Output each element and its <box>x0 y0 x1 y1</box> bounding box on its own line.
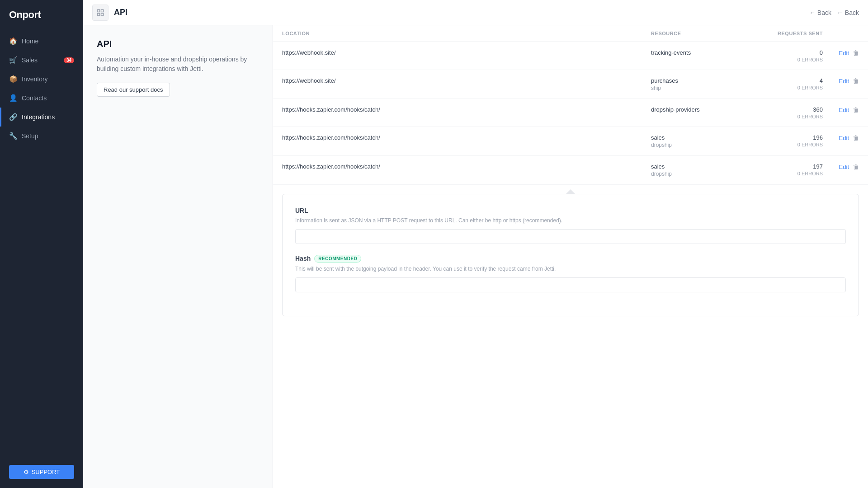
row-2-requests: 360 0 ERRORS <box>741 106 823 119</box>
row-1-location: https://webhook.site/ <box>282 77 651 84</box>
api-title: API <box>97 39 259 49</box>
table-row: https://hooks.zapier.com/hooks/catch/ dr… <box>273 99 868 127</box>
svg-rect-3 <box>101 13 104 15</box>
sidebar-support: ⚙ SUPPORT <box>0 456 83 488</box>
integrations-icon: 🔗 <box>9 113 17 121</box>
url-section: URL Information is sent as JSON via a HT… <box>295 207 846 244</box>
url-input[interactable] <box>295 229 846 244</box>
sidebar-item-home[interactable]: 🏠 Home <box>0 32 83 51</box>
sidebar-item-contacts[interactable]: 👤 Contacts <box>0 89 83 108</box>
edit-button-4[interactable]: Edit <box>839 164 849 170</box>
api-description: Automation your in-house and dropship op… <box>97 55 259 74</box>
edit-button-2[interactable]: Edit <box>839 107 849 113</box>
url-label: URL <box>295 207 846 214</box>
row-0-resource: tracking-events <box>651 49 741 56</box>
sales-badge: 34 <box>64 57 74 63</box>
edit-button-3[interactable]: Edit <box>839 135 849 141</box>
sidebar-item-sales[interactable]: 🛒 Sales 34 <box>0 51 83 70</box>
back-button-1[interactable]: ← Back <box>809 9 831 16</box>
table-row: https://hooks.zapier.com/hooks/catch/ sa… <box>273 156 868 185</box>
delete-button-2[interactable]: 🗑 <box>853 106 859 113</box>
col-requests: REQUESTS SENT <box>741 31 823 36</box>
table-row: https://hooks.zapier.com/hooks/catch/ sa… <box>273 127 868 156</box>
sidebar-item-label: Contacts <box>22 94 47 102</box>
sidebar-item-integrations[interactable]: 🔗 Integrations <box>0 108 83 127</box>
main-content: API ← Back ← Back API Automation your in… <box>83 0 868 488</box>
form-panel: URL Information is sent as JSON via a HT… <box>282 194 859 316</box>
col-location: LOCATION <box>282 31 651 36</box>
col-actions <box>823 31 859 36</box>
contacts-icon: 👤 <box>9 94 17 102</box>
support-icon: ⚙ <box>24 469 29 475</box>
inventory-icon: 📦 <box>9 75 17 83</box>
back-button-2[interactable]: ← Back <box>837 9 859 16</box>
page-title: API <box>114 8 127 17</box>
sidebar: Onport 🏠 Home 🛒 Sales 34 📦 Inventory 👤 C… <box>0 0 83 488</box>
setup-icon: 🔧 <box>9 132 17 140</box>
support-button[interactable]: ⚙ SUPPORT <box>9 465 74 479</box>
delete-button-1[interactable]: 🗑 <box>853 77 859 84</box>
row-4-actions: Edit 🗑 <box>823 163 859 170</box>
delete-button-3[interactable]: 🗑 <box>853 134 859 141</box>
table-row: https://webhook.site/ tracking-events 0 … <box>273 42 868 70</box>
row-4-resource: sales dropship <box>651 163 741 177</box>
svg-rect-2 <box>97 13 99 15</box>
trash-icon: 🗑 <box>853 77 859 84</box>
header-right: ← Back ← Back <box>809 9 859 16</box>
row-4-requests: 197 0 ERRORS <box>741 163 823 176</box>
hash-label: Hash RECOMMENDED <box>295 255 846 263</box>
url-hint: Information is sent as JSON via a HTTP P… <box>295 217 846 225</box>
hash-hint: This will be sent with the outgoing payl… <box>295 265 846 273</box>
support-label: SUPPORT <box>32 469 60 475</box>
row-0-actions: Edit 🗑 <box>823 49 859 56</box>
trash-icon: 🗑 <box>853 163 859 170</box>
row-3-actions: Edit 🗑 <box>823 134 859 141</box>
sidebar-item-setup[interactable]: 🔧 Setup <box>0 127 83 145</box>
table-header: LOCATION RESOURCE REQUESTS SENT <box>273 25 868 42</box>
sidebar-item-label: Setup <box>22 132 38 140</box>
right-panel: LOCATION RESOURCE REQUESTS SENT https://… <box>273 25 868 488</box>
home-icon: 🏠 <box>9 37 17 45</box>
delete-button-4[interactable]: 🗑 <box>853 163 859 170</box>
sidebar-item-label: Sales <box>22 56 38 64</box>
table-row: https://webhook.site/ purchases ship 4 0… <box>273 70 868 99</box>
sidebar-item-inventory[interactable]: 📦 Inventory <box>0 70 83 89</box>
svg-rect-1 <box>101 9 104 12</box>
row-3-location: https://hooks.zapier.com/hooks/catch/ <box>282 134 651 141</box>
sidebar-item-label: Home <box>22 38 38 45</box>
row-3-requests: 196 0 ERRORS <box>741 134 823 147</box>
row-0-location: https://webhook.site/ <box>282 49 651 56</box>
row-2-actions: Edit 🗑 <box>823 106 859 113</box>
row-1-requests: 4 0 ERRORS <box>741 77 823 90</box>
row-2-location: https://hooks.zapier.com/hooks/catch/ <box>282 106 651 113</box>
row-4-location: https://hooks.zapier.com/hooks/catch/ <box>282 163 651 170</box>
hash-input[interactable] <box>295 277 846 292</box>
delete-button-0[interactable]: 🗑 <box>853 49 859 56</box>
trash-icon: 🗑 <box>853 106 859 113</box>
hash-section: Hash RECOMMENDED This will be sent with … <box>295 255 846 292</box>
svg-rect-0 <box>97 9 99 12</box>
row-1-resource: purchases ship <box>651 77 741 91</box>
row-3-resource: sales dropship <box>651 134 741 148</box>
sidebar-item-label: Inventory <box>22 75 48 83</box>
top-header: API ← Back ← Back <box>83 0 868 25</box>
col-resource: RESOURCE <box>651 31 741 36</box>
cart-icon: 🛒 <box>9 56 17 64</box>
header-left: API <box>92 5 127 21</box>
trash-icon: 🗑 <box>853 134 859 141</box>
edit-button-1[interactable]: Edit <box>839 78 849 84</box>
edit-button-0[interactable]: Edit <box>839 50 849 56</box>
row-0-requests: 0 0 ERRORS <box>741 49 823 62</box>
recommended-badge: RECOMMENDED <box>314 255 361 263</box>
row-2-resource: dropship-providers <box>651 106 741 113</box>
trash-icon: 🗑 <box>853 49 859 56</box>
row-1-actions: Edit 🗑 <box>823 77 859 84</box>
content-area: API Automation your in-house and dropshi… <box>83 25 868 488</box>
app-logo: Onport <box>0 0 83 32</box>
sidebar-nav: 🏠 Home 🛒 Sales 34 📦 Inventory 👤 Contacts… <box>0 32 83 456</box>
left-panel: API Automation your in-house and dropshi… <box>83 25 273 488</box>
sidebar-item-label: Integrations <box>22 113 55 121</box>
read-docs-button[interactable]: Read our support docs <box>97 83 170 97</box>
page-icon <box>92 5 108 21</box>
